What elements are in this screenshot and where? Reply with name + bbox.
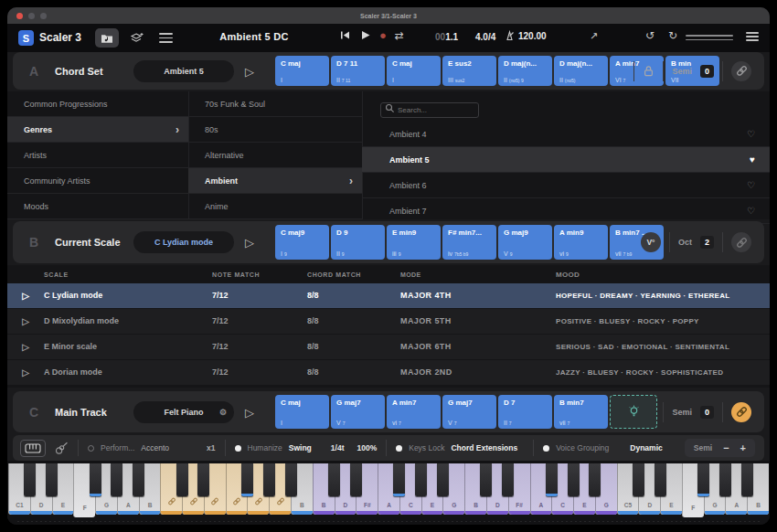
piano-black-key[interactable] [502, 463, 514, 496]
keyboard-view-button[interactable] [20, 440, 46, 457]
category-item-common-progressions[interactable]: Common Progressions [7, 91, 188, 117]
chord-cell[interactable]: A min7vi 7 [387, 395, 441, 429]
category-item-genres[interactable]: Genres› [7, 117, 188, 143]
piano-black-key[interactable] [46, 463, 58, 496]
search-input[interactable] [380, 102, 479, 118]
time-signature[interactable]: 4.0/4 [475, 32, 495, 42]
detach-arrow-button[interactable]: ↗ [590, 31, 598, 41]
scale-table-row[interactable]: ▷D Mixolydian mode7/128/8MAJOR 5THPOSITI… [7, 309, 770, 334]
skip-back-button[interactable] [339, 29, 351, 41]
category-item-community-artists[interactable]: Community Artists [7, 168, 188, 194]
chord-set-preset-dropdown[interactable]: Ambient 5 [133, 60, 234, 82]
minimize-window-button[interactable] [28, 13, 35, 19]
semi-value[interactable]: 0 [700, 65, 714, 78]
piano-black-key[interactable] [111, 463, 122, 496]
chord-cell[interactable]: B min7vii 7 [554, 395, 608, 429]
preset-item[interactable]: Ambient 4♡ [362, 122, 770, 147]
genre-item-anime[interactable]: Anime [188, 194, 362, 219]
instrument-dropdown[interactable]: Felt Piano ⚙ [133, 401, 234, 423]
humanize-value[interactable]: Swing [289, 443, 312, 452]
close-window-button[interactable] [16, 13, 23, 19]
piano-black-key[interactable] [719, 463, 731, 496]
genre-item-alternative[interactable]: Alternative [188, 143, 362, 168]
piano-black-key[interactable] [655, 463, 666, 496]
perform-multiplier[interactable]: x1 [207, 443, 215, 452]
chord-cell[interactable]: F# min7...iv 7b5 b9 [442, 225, 496, 260]
scale-table-row[interactable]: ▷C Lydian mode7/128/8MAJOR 4THHOPEFUL · … [7, 283, 770, 308]
scale-dropdown[interactable]: C Lydian mode [133, 231, 234, 253]
scale-table-row[interactable]: ▷A Dorian mode7/128/8MAJOR 2NDJAZZY · BL… [7, 360, 770, 385]
preset-item[interactable]: Ambient 6♡ [362, 173, 770, 198]
chord-cell[interactable]: D 7II 7 [498, 395, 552, 429]
play-button[interactable] [359, 29, 371, 41]
row-play-button[interactable]: ▷ [7, 367, 44, 378]
humanize-amount[interactable]: 100% [357, 443, 377, 452]
resize-handle[interactable] [686, 35, 733, 40]
voice-grouping-toggle[interactable] [543, 445, 549, 452]
category-item-moods[interactable]: Moods [7, 194, 188, 219]
chord-cell[interactable]: E min9iii 9 [387, 225, 441, 260]
chord-cell[interactable]: C majI [275, 56, 329, 86]
chord-cell[interactable]: G maj7V 7 [442, 395, 496, 429]
gear-icon[interactable]: ⚙ [219, 408, 227, 417]
chord-cell[interactable]: G maj7V 7 [331, 395, 385, 429]
row-play-button[interactable]: ▷ [7, 316, 44, 326]
scale-play-button[interactable]: ▷ [245, 236, 254, 250]
piano-black-key[interactable] [133, 463, 144, 496]
piano-black-key[interactable] [437, 463, 449, 496]
piano-black-key[interactable] [263, 463, 275, 496]
chord-cell[interactable]: G maj9V 9 [498, 225, 552, 260]
chord-suggest-drop-zone[interactable] [610, 395, 657, 429]
piano-black-key[interactable] [741, 463, 753, 496]
lock-icon[interactable] [643, 65, 655, 78]
main-track-play-button[interactable]: ▷ [245, 405, 254, 419]
guitar-icon[interactable] [55, 442, 69, 455]
voicing-button[interactable]: V° [641, 232, 661, 252]
piano-black-key[interactable] [328, 463, 340, 496]
perform-toggle[interactable] [88, 445, 94, 452]
chord-cell[interactable]: C maj9I 9 [275, 225, 329, 260]
piano-black-key[interactable] [241, 463, 253, 496]
zoom-window-button[interactable] [40, 13, 47, 19]
record-button[interactable]: ● [379, 29, 387, 41]
undo-button[interactable]: ↺ [645, 30, 655, 41]
favorite-heart-icon[interactable]: ♥ [750, 154, 755, 165]
piano-black-key[interactable] [415, 463, 427, 496]
preset-item[interactable]: Ambient 5♥ [362, 147, 770, 173]
piano-black-key[interactable] [589, 463, 601, 496]
semi-value[interactable]: 0 [700, 406, 714, 419]
chord-cell[interactable]: D maj(n...II (no5) [554, 56, 608, 86]
chord-cell[interactable]: C majI [387, 56, 441, 86]
link-button[interactable] [731, 232, 751, 252]
perform-value[interactable]: Accento [141, 443, 169, 452]
keys-lock-value[interactable]: Chord Extensions [451, 443, 517, 452]
humanize-toggle[interactable] [235, 445, 241, 452]
redo-button[interactable]: ↻ [668, 30, 677, 41]
chord-cell[interactable]: C majI [275, 395, 329, 429]
favorite-heart-icon[interactable]: ♡ [747, 129, 755, 139]
row-play-button[interactable]: ▷ [7, 291, 44, 301]
preset-item[interactable]: Ambient 7♡ [362, 198, 770, 224]
piano-black-key[interactable] [24, 463, 36, 496]
voice-grouping-value[interactable]: Dynamic [630, 443, 662, 452]
menu-tab-button[interactable] [154, 28, 177, 48]
browser-tab-button[interactable] [95, 28, 119, 48]
chord-cell[interactable]: D maj(n...II (no5) 9 [498, 56, 552, 86]
humanize-rate[interactable]: 1/4t [331, 443, 345, 452]
favorite-heart-icon[interactable]: ♡ [747, 206, 755, 216]
piano-black-key[interactable] [697, 463, 709, 496]
oct-value[interactable]: 2 [700, 236, 714, 249]
row-play-button[interactable]: ▷ [7, 342, 44, 352]
chord-set-play-button[interactable]: ▷ [245, 64, 254, 78]
chord-cell[interactable]: A min9vi 9 [554, 225, 608, 260]
piano-black-key[interactable] [546, 463, 558, 496]
piano-black-key[interactable] [176, 463, 188, 496]
chord-cell[interactable]: D 9II 9 [331, 225, 385, 260]
semi-minus-button[interactable]: − [723, 442, 729, 453]
semi-plus-button[interactable]: + [740, 442, 746, 453]
genre-item-ambient[interactable]: Ambient› [188, 168, 362, 194]
piano-black-key[interactable] [568, 463, 580, 496]
scale-table-row[interactable]: ▷E Minor scale7/128/8MAJOR 6THSERIOUS · … [7, 335, 770, 359]
loop-button[interactable]: ⇄ [395, 30, 404, 41]
piano-black-key[interactable] [90, 463, 101, 496]
